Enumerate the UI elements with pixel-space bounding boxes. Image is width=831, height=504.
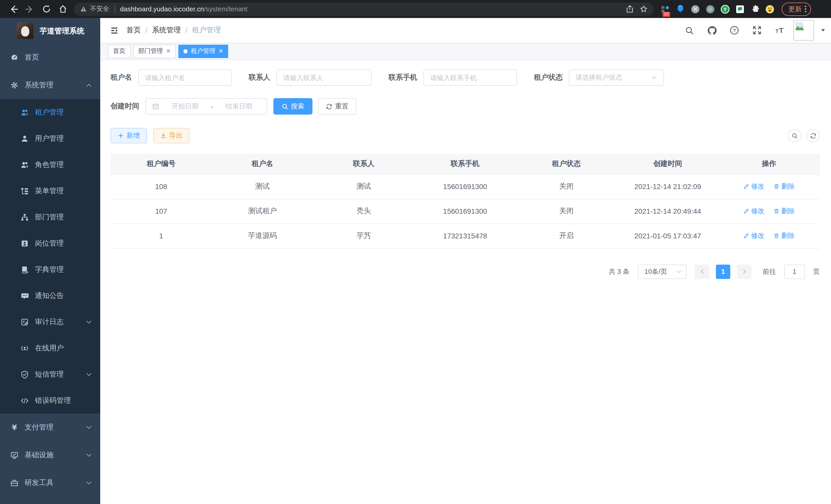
close-icon[interactable]: ✕ — [219, 48, 223, 55]
page-size-select[interactable]: 10条/页 — [638, 264, 687, 279]
sidebar-collapse-icon[interactable] — [100, 26, 126, 35]
share-icon[interactable] — [626, 5, 634, 13]
sidebar-item-infra[interactable]: 基础设施 — [0, 441, 100, 469]
extension-balloon-icon[interactable] — [676, 4, 685, 13]
app-title: 芋道管理系统 — [39, 26, 84, 36]
fullscreen-icon[interactable] — [748, 22, 766, 39]
cell-mobile: 17321315478 — [414, 224, 516, 248]
sidebar-item-error-code[interactable]: 错误码管理 — [0, 387, 100, 414]
sidebar-item-dept[interactable]: 部门管理 — [0, 204, 100, 230]
avatar[interactable] — [794, 20, 814, 40]
close-icon[interactable]: ✕ — [166, 48, 171, 55]
browser-back-icon[interactable] — [7, 2, 20, 16]
status-select[interactable]: 请选择租户状态 — [569, 69, 664, 86]
avatar-caret-icon[interactable] — [820, 26, 826, 35]
export-button[interactable]: 导出 — [153, 128, 190, 143]
col-header-created: 创建时间 — [617, 154, 718, 174]
refresh-icon — [810, 132, 816, 139]
refresh-table-button[interactable] — [806, 129, 820, 142]
reset-button[interactable]: 重置 — [318, 98, 356, 115]
edit-icon — [743, 233, 749, 239]
next-page-button[interactable] — [737, 264, 751, 279]
extension-emoji-icon[interactable] — [765, 4, 774, 13]
sidebar-item-menu[interactable]: 菜单管理 — [0, 178, 100, 204]
sidebar-item-home[interactable]: 首页 — [0, 44, 100, 71]
cell-id: 107 — [111, 199, 212, 224]
sidebar-item-dev-tools[interactable]: 研发工具 — [0, 469, 100, 497]
sidebar-item-role[interactable]: 角色管理 — [0, 152, 100, 178]
sidebar-item-tenant[interactable]: 租户管理 — [0, 99, 100, 125]
tenant-name-input[interactable] — [145, 74, 225, 82]
tab-label: 租户管理 — [191, 47, 215, 56]
browser-menu-icon[interactable] — [805, 6, 806, 12]
header-search-icon[interactable] — [681, 22, 698, 39]
extensions-puzzle-icon[interactable] — [750, 4, 760, 13]
sidebar-item-audit-log[interactable]: 审计日志 — [0, 309, 100, 335]
tags-view: 首页 部门管理 ✕ 租户管理 ✕ — [100, 42, 831, 60]
cell-created: 2021-01-05 17:03:47 — [617, 224, 718, 248]
extension-command-icon[interactable]: ⌘ — [691, 4, 700, 13]
delete-link[interactable]: 删除 — [774, 182, 795, 191]
help-icon[interactable]: ? — [726, 22, 743, 39]
address-bar[interactable]: 不安全 dashboard.yudao.iocoder.cn/system/te… — [74, 2, 654, 16]
status-label: 租户状态 — [534, 73, 563, 82]
users-icon — [21, 108, 29, 116]
delete-link[interactable]: 删除 — [774, 231, 795, 240]
github-icon[interactable] — [703, 22, 720, 39]
tab-label: 首页 — [113, 47, 125, 56]
sidebar-item-online-users[interactable]: 在线用户 — [0, 335, 100, 361]
date-range-picker[interactable]: 开始日期 - 结束日期 — [145, 98, 267, 115]
reset-button-label: 重置 — [335, 102, 348, 111]
extension-tabs-icon[interactable]: 10 — [661, 4, 670, 13]
sidebar-item-label: 字典管理 — [35, 265, 64, 274]
font-size-icon[interactable]: TT — [771, 22, 789, 39]
delete-link[interactable]: 删除 — [774, 207, 795, 216]
extension-chat-icon[interactable] — [736, 4, 745, 13]
edit-link[interactable]: 修改 — [743, 207, 765, 216]
edit-link[interactable]: 修改 — [743, 231, 765, 240]
filter-row-1: 租户名 联系人 联系手机 租户状态 — [111, 69, 820, 86]
cell-name: 测试租户 — [212, 199, 313, 224]
bookmark-star-icon[interactable] — [640, 5, 648, 13]
browser-reload-icon[interactable] — [39, 2, 53, 16]
sidebar-item-user[interactable]: 用户管理 — [0, 125, 100, 152]
sidebar-item-notice[interactable]: 通知公告 — [0, 283, 100, 309]
mobile-input[interactable] — [430, 74, 510, 82]
edit-link[interactable]: 修改 — [743, 182, 765, 191]
chevron-down-icon — [86, 371, 92, 377]
sidebar-item-post[interactable]: 岗位管理 — [0, 230, 100, 256]
browser-home-icon[interactable] — [56, 2, 69, 16]
tab-tenant[interactable]: 租户管理 ✕ — [178, 45, 228, 58]
prev-page-button[interactable] — [695, 264, 709, 279]
cell-status: 开启 — [516, 224, 617, 248]
refresh-icon — [326, 103, 333, 110]
sidebar-item-system[interactable]: 系统管理 — [0, 71, 100, 99]
sidebar-item-label: 岗位管理 — [35, 239, 64, 248]
tenant-table: 租户编号 租户名 联系人 联系手机 租户状态 创建时间 操作 108 测试 — [111, 154, 820, 248]
chevron-down-icon — [86, 319, 92, 325]
browser-update-button[interactable]: 更新 — [782, 2, 811, 16]
sidebar-item-dict[interactable]: 字典管理 — [0, 256, 100, 283]
breadcrumb-item-current: 租户管理 — [192, 26, 221, 35]
goto-page-input[interactable] — [784, 264, 805, 279]
extension-badge: 10 — [662, 11, 670, 17]
chevron-right-icon — [741, 269, 747, 274]
tab-dept[interactable]: 部门管理 ✕ — [133, 45, 176, 58]
gear-icon — [10, 81, 19, 89]
search-button[interactable]: 搜索 — [274, 98, 312, 115]
extension-record-icon[interactable] — [706, 4, 715, 13]
screen: 不安全 dashboard.yudao.iocoder.cn/system/te… — [0, 0, 831, 504]
sidebar-item-sms[interactable]: 短信管理 — [0, 361, 100, 387]
toggle-search-button[interactable] — [788, 129, 801, 142]
breadcrumb-item[interactable]: 系统管理 — [152, 26, 181, 35]
extension-y-icon[interactable]: Y — [720, 4, 730, 13]
sidebar-item-pay[interactable]: ¥ 支付管理 — [0, 414, 100, 441]
page-number-1[interactable]: 1 — [716, 264, 730, 279]
top-navbar: 首页 / 系统管理 / 租户管理 ? — [100, 18, 831, 42]
breadcrumb-item[interactable]: 首页 — [126, 26, 141, 35]
tab-home[interactable]: 首页 — [108, 45, 131, 58]
search-icon — [282, 103, 288, 110]
contact-input[interactable] — [283, 74, 365, 82]
browser-forward-icon[interactable] — [23, 2, 36, 16]
add-button[interactable]: 新增 — [111, 128, 147, 143]
